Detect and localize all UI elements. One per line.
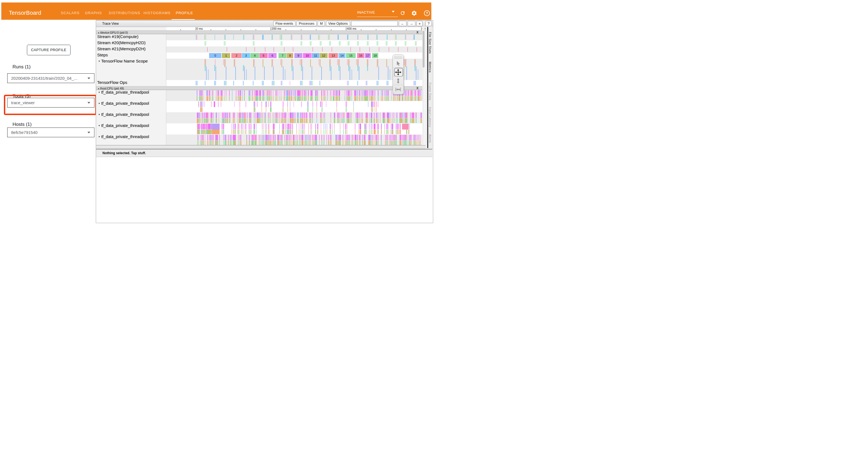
step-block-13[interactable]: 13	[329, 53, 338, 58]
row-label[interactable]: Stream #21(MemcpyD2H)	[96, 47, 166, 53]
step-block-7[interactable]: 7	[279, 53, 286, 58]
row-track[interactable]	[166, 112, 422, 123]
step-block-9[interactable]: 9	[294, 53, 302, 58]
collapse-arrow-icon[interactable]: ▾	[98, 32, 99, 34]
step-block-2[interactable]: 2	[231, 53, 242, 58]
view-options-button[interactable]: View Options	[326, 21, 350, 26]
trace-events-canvas[interactable]	[166, 47, 422, 53]
step-block-3[interactable]: 3	[242, 53, 250, 58]
capture-profile-button[interactable]: CAPTURE PROFILE	[27, 45, 70, 55]
row-label[interactable]: Stream #19(Compute)	[96, 34, 166, 40]
step-block-6[interactable]: 6	[268, 53, 277, 58]
side-tab-alerts[interactable]: Alerts	[429, 134, 432, 143]
row-track[interactable]	[166, 34, 422, 40]
row-label[interactable]: ▾tf_data_private_threadpool	[96, 134, 166, 146]
palette-drag-handle[interactable]	[394, 56, 402, 59]
tab-distributions[interactable]: DISTRIBUTIONS	[109, 11, 140, 15]
trace-events-canvas[interactable]	[166, 101, 422, 112]
row-track[interactable]	[166, 80, 422, 86]
collapse-arrow-icon[interactable]: ▾	[98, 88, 99, 90]
step-block-4[interactable]: 4	[250, 53, 259, 58]
step-block-17[interactable]: 17	[365, 53, 371, 58]
step-block-14[interactable]: 14	[339, 53, 345, 58]
active-tab-underline	[172, 19, 195, 20]
row-label[interactable]: TensorFlow Ops	[96, 80, 166, 86]
step-block-15[interactable]: 15	[346, 53, 356, 58]
trace-events-canvas[interactable]	[166, 34, 422, 40]
settings-gear-icon[interactable]	[411, 10, 417, 17]
zoom-vertical-tool-button[interactable]	[393, 76, 403, 85]
status-dropdown[interactable]: INACTIVE	[357, 10, 375, 14]
trace-events-canvas[interactable]	[166, 40, 422, 47]
row-track[interactable]	[166, 40, 422, 47]
collapse-arrow-icon[interactable]: ▾	[99, 102, 100, 105]
collapse-arrow-icon[interactable]: ▾	[99, 124, 100, 127]
trace-events-canvas[interactable]	[166, 90, 422, 101]
row-track[interactable]	[166, 59, 422, 80]
nav-forward-button[interactable]: →	[408, 21, 415, 26]
row-track[interactable]	[166, 101, 422, 112]
trace-events-canvas[interactable]	[166, 80, 422, 86]
side-tab-input-latency[interactable]: Input Latency	[429, 107, 432, 127]
section-header[interactable]: ▾ /host:CPU (pid 49)X	[96, 86, 422, 90]
tab-profile[interactable]: PROFILE	[176, 11, 193, 15]
processes-button[interactable]: Processes	[297, 21, 316, 26]
tab-histograms[interactable]: HISTOGRAMS	[144, 11, 170, 15]
row-label[interactable]: Stream #20(MemcpyH2D)	[96, 40, 166, 47]
refresh-icon[interactable]	[400, 10, 406, 17]
row-label[interactable]: ▾TensorFlow Name Scope	[96, 59, 166, 80]
row-track[interactable]	[166, 47, 422, 53]
side-tab-file-size-stats[interactable]: File Size Stats	[429, 32, 432, 54]
pan-tool-button[interactable]	[393, 67, 403, 77]
step-block-5[interactable]: 5	[259, 53, 268, 58]
row-label[interactable]: ▾tf_data_private_threadpool	[96, 90, 166, 101]
section-close-button[interactable]: X	[416, 86, 418, 90]
metadata-button[interactable]: M	[318, 21, 325, 26]
collapse-arrow-icon[interactable]: ▾	[99, 113, 100, 116]
step-block-8[interactable]: 8	[287, 53, 293, 58]
step-block-16[interactable]: 16	[357, 53, 364, 58]
tab-graphs[interactable]: GRAPHS	[85, 11, 102, 15]
timeline-row: Steps0123456789101112131415161718	[96, 53, 422, 59]
row-track[interactable]	[166, 90, 422, 101]
step-block-11[interactable]: 11	[312, 53, 319, 58]
row-track[interactable]: 0123456789101112131415161718	[166, 53, 422, 59]
row-track[interactable]	[166, 123, 422, 134]
trace-events-canvas[interactable]	[166, 59, 422, 80]
step-block-0[interactable]: 0	[209, 53, 221, 58]
section-header[interactable]: ▾ /device:GPU:0 (pid 0)X	[96, 30, 422, 34]
row-track[interactable]	[166, 134, 422, 146]
nav-back-button[interactable]: ←	[399, 21, 406, 26]
select-tool-button[interactable]	[393, 59, 403, 67]
help-icon[interactable]: ?	[424, 10, 430, 16]
pane-splitter-handle[interactable]	[96, 146, 432, 149]
collapse-arrow-icon[interactable]: ▾	[99, 91, 100, 94]
step-block-1[interactable]: 1	[222, 53, 230, 58]
tools-select[interactable]: trace_viewer	[7, 98, 94, 108]
hosts-select[interactable]: 8efc5e791540	[7, 127, 94, 137]
row-label[interactable]: ▾tf_data_private_threadpool	[96, 112, 166, 123]
runs-select[interactable]: 20200409-231431/train/2020_04_...	[7, 73, 94, 83]
timeline-scrollbar-thumb[interactable]	[423, 31, 425, 67]
trace-events-canvas[interactable]	[166, 134, 422, 146]
step-block-18[interactable]: 18	[372, 53, 378, 58]
side-tab-frame-data[interactable]: Frame Data	[429, 83, 432, 100]
section-close-button[interactable]: X	[416, 31, 418, 34]
row-label[interactable]: ▾tf_data_private_threadpool	[96, 123, 166, 134]
row-label[interactable]: Steps	[96, 53, 166, 59]
trace-search-input[interactable]	[351, 21, 398, 26]
step-block-10[interactable]: 10	[303, 53, 312, 58]
tab-scalars[interactable]: SCALARS	[61, 11, 80, 15]
row-label[interactable]: ▾tf_data_private_threadpool	[96, 101, 166, 112]
step-block-12[interactable]: 12	[319, 53, 328, 58]
collapse-arrow-icon[interactable]: ▾	[99, 60, 100, 62]
tool-palette	[393, 55, 404, 94]
flow-events-button[interactable]: Flow events	[273, 21, 296, 26]
side-tab-metrics[interactable]: Metrics	[429, 62, 432, 72]
trace-help-button[interactable]: ?	[425, 21, 432, 26]
trace-events-canvas[interactable]	[166, 123, 422, 134]
trace-events-canvas[interactable]	[166, 112, 422, 123]
zoom-horizontal-tool-button[interactable]	[393, 85, 403, 94]
expand-button[interactable]: »	[416, 21, 423, 26]
collapse-arrow-icon[interactable]: ▾	[99, 135, 100, 138]
